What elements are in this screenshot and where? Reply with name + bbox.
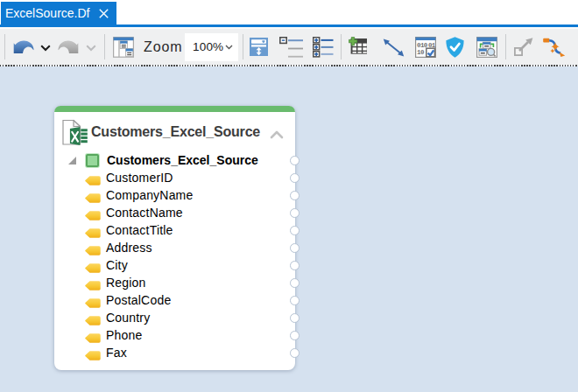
- svg-text:1: 1: [432, 42, 436, 49]
- svg-text:0: 0: [420, 49, 425, 56]
